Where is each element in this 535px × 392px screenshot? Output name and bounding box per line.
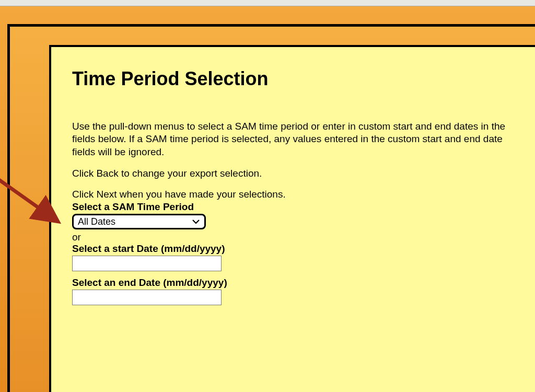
- end-date-label: Select an end Date (mm/dd/yyyy): [72, 277, 517, 289]
- sam-period-label: Select a SAM Time Period: [72, 201, 517, 213]
- sam-period-select-wrap: All Dates: [72, 214, 206, 229]
- end-date-input[interactable]: [72, 290, 222, 305]
- sam-period-select[interactable]: All Dates: [72, 214, 206, 229]
- or-text: or: [72, 232, 517, 243]
- instructions-back: Click Back to change your export selecti…: [72, 168, 517, 179]
- page-title: Time Period Selection: [72, 68, 517, 90]
- content-panel: Time Period Selection Use the pull-down …: [49, 45, 535, 392]
- instructions-next: Click Next when you have made your selec…: [72, 189, 517, 200]
- start-date-input[interactable]: [72, 256, 222, 271]
- instructions-primary: Use the pull-down menus to select a SAM …: [72, 120, 506, 158]
- inner-frame: Time Period Selection Use the pull-down …: [7, 24, 535, 392]
- start-date-label: Select a start Date (mm/dd/yyyy): [72, 243, 517, 255]
- browser-chrome-bar: [0, 0, 535, 6]
- outer-background: Time Period Selection Use the pull-down …: [0, 6, 535, 392]
